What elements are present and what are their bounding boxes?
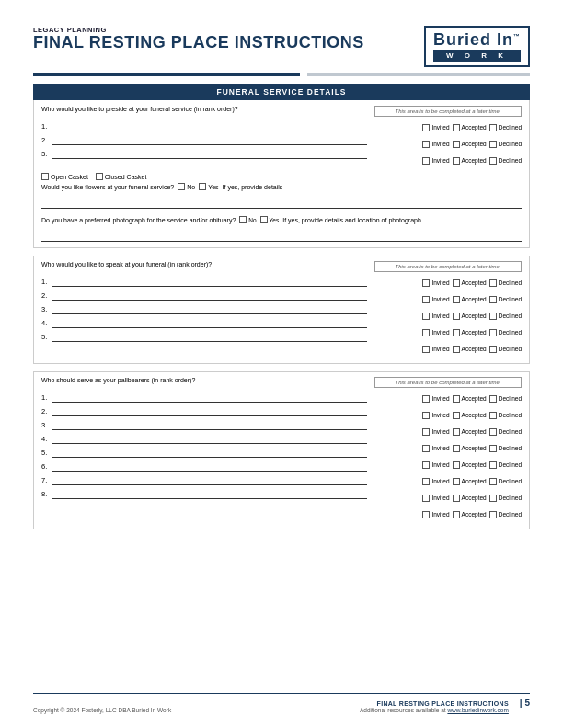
invited-checkbox-2[interactable]	[422, 141, 430, 148]
pallbearer-row-5: 5.	[41, 447, 367, 458]
declined-checkbox-3[interactable]	[489, 157, 497, 165]
speaker-check-2: Invited Accepted Declined	[374, 292, 522, 306]
speaker-section-inner: Who would you like to speak at your fune…	[34, 256, 529, 363]
footer-info: FINAL RESTING PLACE INSTRUCTIONS Additio…	[360, 700, 509, 713]
pallbearer-left: 1. 2. 3. 4. 5. 6. 7. 8.	[41, 392, 367, 524]
open-casket-item: Open Casket	[41, 173, 88, 180]
footer-copyright: Copyright © 2024 Fosterly, LLC DBA Burie…	[33, 707, 171, 713]
preside-declined-1: Declined	[489, 124, 522, 131]
preside-line-1[interactable]	[52, 120, 367, 131]
preside-num-2: 2.	[41, 136, 52, 144]
page: LEGACY PLANNING FINAL RESTING PLACE INST…	[0, 0, 563, 728]
pallbearer-row-4: 4.	[41, 433, 367, 444]
pallbearer-header-row: Who should serve as your pallbearers (in…	[41, 377, 522, 388]
speaker-check-5: Invited Accepted Declined	[374, 342, 522, 356]
footer-resources: Additional resources available at www.bu…	[360, 707, 509, 713]
flowers-row: Would you like flowers at your funeral s…	[41, 183, 522, 190]
preside-right: Invited Accepted Declined Invited Accept…	[374, 120, 522, 170]
photo-yes: Yes	[260, 216, 280, 223]
declined-checkbox-2[interactable]	[489, 141, 497, 148]
accepted-checkbox-1[interactable]	[453, 124, 460, 131]
logo-box: Buried In™ W O R K	[424, 26, 530, 67]
open-casket-checkbox[interactable]	[41, 173, 49, 180]
photo-question: Do you have a preferred photograph for t…	[41, 217, 236, 223]
preside-line-2[interactable]	[52, 134, 367, 145]
preside-line-3[interactable]	[52, 148, 367, 159]
photo-no-checkbox[interactable]	[239, 216, 247, 223]
speaker-question: Who would you like to speak at your fune…	[41, 261, 360, 267]
flowers-yes-checkbox[interactable]	[199, 183, 206, 190]
preside-row-3: 3.	[41, 148, 367, 159]
preside-row-2: 2.	[41, 134, 367, 145]
speaker-row-4: 4.	[41, 317, 367, 328]
accepted-checkbox-2[interactable]	[453, 141, 460, 148]
preside-question-row: Who would you like to preside at your fu…	[41, 106, 522, 117]
pallbearer-numbered-rows: 1. 2. 3. 4. 5. 6. 7. 8. Invited Accepted…	[41, 392, 522, 524]
invited-checkbox-3[interactable]	[422, 157, 430, 165]
pallbearer-row-8: 8.	[41, 488, 367, 499]
closed-casket-checkbox[interactable]	[96, 173, 103, 180]
speaker-row-3: 3.	[41, 303, 367, 314]
header-left: LEGACY PLANNING FINAL RESTING PLACE INST…	[33, 26, 364, 52]
flowers-detail-line[interactable]	[41, 194, 522, 209]
header-dividers	[33, 73, 530, 76]
page-footer: Copyright © 2024 Fosterly, LLC DBA Burie…	[33, 693, 530, 713]
preside-check-2: Invited Accepted Declined	[374, 137, 522, 151]
flowers-no: No	[178, 183, 195, 190]
page-header: LEGACY PLANNING FINAL RESTING PLACE INST…	[33, 26, 530, 67]
speaker-check-3: Invited Accepted Declined	[374, 309, 522, 323]
accepted-checkbox-3[interactable]	[453, 157, 460, 165]
footer-website[interactable]: www.buriedinwork.com	[447, 707, 508, 713]
pallbearer-row-2: 2.	[41, 405, 367, 416]
logo-work-bar: W O R K	[433, 50, 521, 62]
preside-check-1: Invited Accepted Declined	[374, 120, 522, 134]
pallbearer-question: Who should serve as your pallbearers (in…	[41, 377, 360, 383]
pallbearer-row-7: 7.	[41, 474, 367, 485]
preside-question: Who would you like to preside at your fu…	[41, 106, 367, 112]
speaker-header-row: Who would you like to speak at your fune…	[41, 261, 522, 272]
photo-if-yes: If yes, provide details and location of …	[282, 217, 421, 223]
logo-tm: ™	[513, 33, 521, 40]
flowers-yes: Yes	[199, 183, 218, 190]
preside-check-3: Invited Accepted Declined	[374, 154, 522, 167]
speaker-row-1: 1.	[41, 276, 367, 287]
pallbearer-check-5: Invited Accepted Declined	[374, 458, 522, 472]
declined-checkbox-1[interactable]	[489, 124, 497, 131]
later-box-pallbearer: This area is to be completed at a later …	[374, 377, 522, 388]
flowers-no-checkbox[interactable]	[178, 183, 185, 190]
photo-detail-line[interactable]	[41, 227, 522, 242]
funeral-section-title: FUNERAL SERVICE DETAILS	[33, 84, 530, 100]
preside-declined-2: Declined	[489, 141, 522, 148]
pallbearer-check-6: Invited Accepted Declined	[374, 474, 522, 488]
page-title: FINAL RESTING PLACE INSTRUCTIONS	[33, 34, 364, 52]
photo-no: No	[239, 216, 256, 223]
speaker-numbered-rows: 1. 2. 3. 4. 5. Invited Accepted Declined…	[41, 276, 522, 358]
footer-page-number: | 5	[520, 698, 530, 708]
closed-casket-label: Closed Casket	[105, 174, 147, 180]
divider-blue	[33, 73, 300, 76]
invited-checkbox-1[interactable]	[422, 124, 430, 131]
footer-right: FINAL RESTING PLACE INSTRUCTIONS Additio…	[360, 698, 530, 713]
divider-gray	[307, 73, 530, 76]
flowers-if-yes: If yes, provide details	[223, 184, 283, 190]
open-casket-label: Open Casket	[51, 174, 88, 180]
casket-row: Open Casket Closed Casket	[41, 173, 522, 180]
speaker-check-4: Invited Accepted Declined	[374, 325, 522, 339]
speaker-right: Invited Accepted Declined Invited Accept…	[374, 276, 522, 358]
preside-accepted-1: Accepted	[453, 124, 487, 131]
later-box-preside: This area is to be completed at a later …	[374, 106, 522, 117]
pallbearer-section: Who should serve as your pallbearers (in…	[33, 371, 530, 529]
preside-left: 1. 2. 3.	[41, 120, 367, 170]
pallbearer-check-3: Invited Accepted Declined	[374, 425, 522, 438]
pallbearer-check-8: Invited Accepted Declined	[374, 507, 522, 521]
pallbearer-row-6: 6.	[41, 461, 367, 472]
preside-invited-2: Invited	[422, 141, 449, 148]
photo-row: Do you have a preferred photograph for t…	[41, 216, 522, 223]
flowers-question: Would you like flowers at your funeral s…	[41, 184, 174, 190]
preside-num-1: 1.	[41, 122, 52, 131]
speaker-row-2: 2.	[41, 290, 367, 301]
photo-yes-checkbox[interactable]	[260, 216, 268, 223]
logo-work-text: W O R K	[446, 51, 508, 60]
speaker-section: Who would you like to speak at your fune…	[33, 256, 530, 364]
preside-invited-1: Invited	[422, 124, 449, 131]
